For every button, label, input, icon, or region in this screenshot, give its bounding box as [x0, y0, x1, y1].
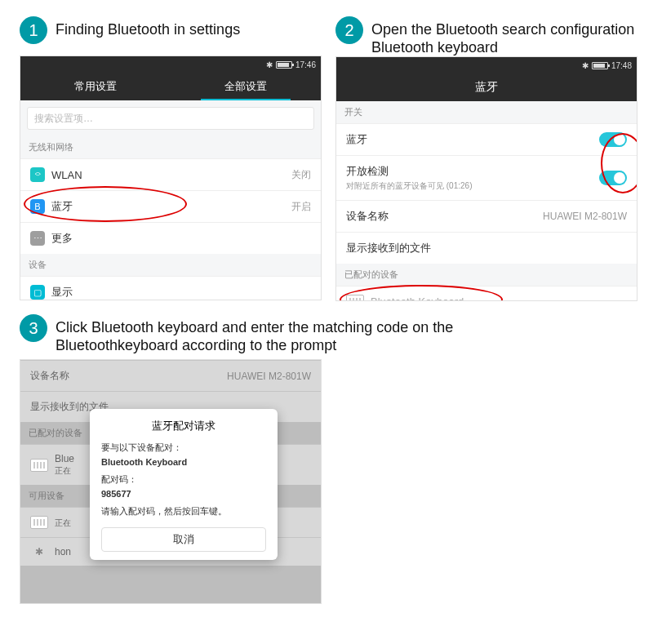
item-open-detection[interactable]: 开放检测 对附近所有的蓝牙设备可见 (01:26) — [336, 155, 637, 200]
open-detect-label: 开放检测 — [346, 165, 389, 177]
bluetooth-value: 开启 — [291, 200, 311, 214]
device-name-value: HUAWEI M2-801W — [227, 371, 311, 382]
item-bluetooth[interactable]: B 蓝牙 开启 — [20, 190, 321, 222]
status-bar: ✱ 17:48 — [336, 57, 637, 73]
device-name-value: HUAWEI M2-801W — [543, 211, 627, 222]
paired-item-sub: 正在 — [55, 466, 71, 475]
item-bt-toggle[interactable]: 蓝牙 — [336, 123, 637, 155]
item-device-name[interactable]: 设备名称 HUAWEI M2-801W — [336, 200, 637, 232]
status-bar: ✱ 17:46 — [20, 56, 321, 73]
step-3-badge: 3 — [20, 314, 47, 342]
bt-toggle[interactable] — [599, 132, 627, 147]
dialog-code-label: 配对码： — [101, 473, 266, 486]
battery-icon — [276, 61, 292, 69]
bt-label: 蓝牙 — [346, 132, 593, 147]
cancel-button[interactable]: 取消 — [101, 527, 266, 552]
item-more[interactable]: ⋯ 更多 — [20, 222, 321, 254]
received-files-label: 显示接收到的文件 — [346, 241, 627, 255]
section-paired: 已配对的设备 — [336, 264, 637, 286]
screenshot-3: 设备名称 HUAWEI M2-801W 显示接收到的文件 已配对的设备 Blue… — [20, 359, 322, 604]
step-1-header: 1 Finding Bluetooth in settings — [20, 16, 326, 44]
step-2-badge: 2 — [335, 16, 363, 44]
more-label: 更多 — [51, 231, 311, 246]
wifi-icon: ⌔ — [30, 167, 45, 182]
item-paired-device[interactable]: Bluetooth Keyboard — [336, 286, 637, 301]
paired-device-label: Bluetooth Keyboard — [371, 295, 627, 302]
step-2-text: Open the Bluetooth search configuration … — [371, 16, 634, 56]
keyboard-icon — [30, 516, 48, 529]
screenshot-1: ✱ 17:46 常用设置 全部设置 搜索设置项… 无线和网络 ⌔ WLAN 关闭… — [20, 56, 322, 300]
bluetooth-icon: ✱ — [30, 546, 48, 557]
dialog-code: 985677 — [101, 489, 266, 499]
item-received-files[interactable]: 显示接收到的文件 — [336, 232, 637, 264]
dialog-device: Bluetooth Keyboard — [101, 457, 266, 467]
section-switch: 开关 — [336, 101, 637, 123]
step-2-header: 2 Open the Bluetooth search configuratio… — [335, 16, 642, 56]
dialog-line1: 要与以下设备配对： — [101, 442, 266, 454]
tab-all-settings[interactable]: 全部设置 — [171, 73, 321, 100]
section-device: 设备 — [20, 254, 321, 276]
keyboard-icon — [346, 295, 364, 301]
bluetooth-icon: ✱ — [582, 61, 589, 70]
step-1-badge: 1 — [20, 16, 47, 44]
available-item-2-label: hon — [55, 546, 71, 557]
item-display[interactable]: ▢ 显示 — [20, 276, 321, 300]
bluetooth-icon: ✱ — [266, 60, 273, 69]
display-label: 显示 — [51, 285, 311, 300]
step-3-header: 3 Click Bluetooth keyboard and enter the… — [20, 314, 642, 354]
paired-item-label: Blue — [55, 453, 74, 464]
screen-title: 蓝牙 — [336, 73, 637, 101]
device-name-label: 设备名称 — [346, 209, 536, 224]
screenshot-2: ✱ 17:48 蓝牙 开关 蓝牙 开放检测 对附近所有的蓝牙设备可见 (01:2… — [335, 56, 637, 301]
search-input[interactable]: 搜索设置项… — [27, 107, 314, 130]
open-detect-toggle[interactable] — [599, 171, 627, 185]
tab-common-settings[interactable]: 常用设置 — [20, 73, 171, 100]
settings-tabs: 常用设置 全部设置 — [20, 73, 321, 100]
section-wireless: 无线和网络 — [20, 136, 321, 158]
status-time: 17:48 — [611, 61, 632, 70]
wlan-label: WLAN — [51, 169, 285, 181]
more-icon: ⋯ — [30, 231, 45, 246]
status-time: 17:46 — [295, 60, 316, 69]
display-icon: ▢ — [30, 285, 45, 300]
available-item-sub: 正在 — [55, 518, 71, 527]
device-name-label: 设备名称 — [30, 369, 69, 383]
dialog-hint: 请输入配对码，然后按回车键。 — [101, 505, 266, 517]
wlan-value: 关闭 — [291, 168, 311, 182]
item-device-name: 设备名称 HUAWEI M2-801W — [20, 360, 321, 391]
keyboard-icon — [30, 459, 48, 472]
battery-icon — [592, 62, 608, 69]
step-3-text: Click Bluetooth keyboard and enter the m… — [56, 314, 453, 354]
bluetooth-icon: B — [30, 199, 45, 214]
step-1-text: Finding Bluetooth in settings — [56, 16, 240, 39]
open-detect-sub: 对附近所有的蓝牙设备可见 (01:26) — [346, 180, 593, 192]
bluetooth-label: 蓝牙 — [51, 199, 285, 214]
item-wlan[interactable]: ⌔ WLAN 关闭 — [20, 158, 321, 190]
dialog-title: 蓝牙配对请求 — [101, 419, 266, 433]
pairing-dialog: 蓝牙配对请求 要与以下设备配对： Bluetooth Keyboard 配对码：… — [90, 409, 278, 560]
